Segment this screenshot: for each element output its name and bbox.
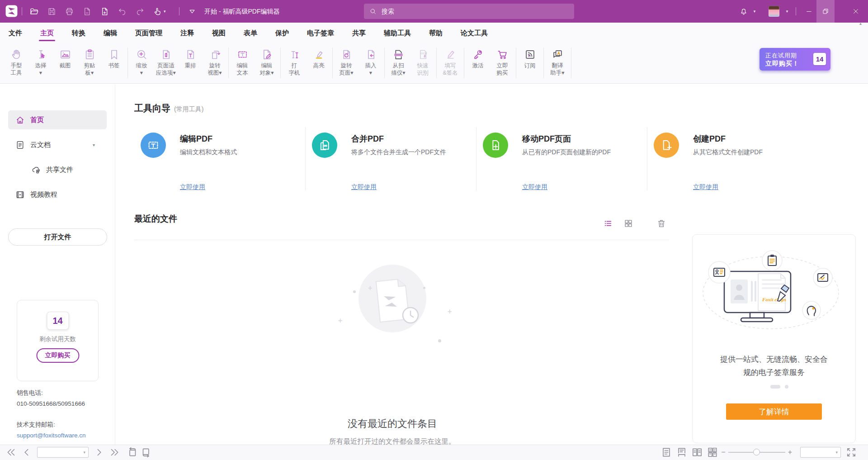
- sidebar-item-首页[interactable]: 首页: [8, 110, 107, 129]
- tool-label: 缩放: [136, 62, 147, 69]
- quick-tool-open-folder[interactable]: [25, 0, 43, 23]
- zoom-level-input[interactable]: [801, 447, 833, 457]
- facing-view-button[interactable]: [691, 446, 703, 458]
- tool-翻译助手[interactable]: 翻译助手▾: [545, 47, 570, 78]
- menu-电子签章[interactable]: 电子签章: [307, 23, 334, 43]
- minimize-button[interactable]: [801, 0, 816, 23]
- quick-tool-save[interactable]: [43, 0, 61, 23]
- page-number-box[interactable]: ▾: [37, 447, 89, 458]
- tool-打字机[interactable]: 打字机: [282, 47, 307, 78]
- menu-帮助[interactable]: 帮助: [429, 23, 443, 43]
- share-cloud-icon: [31, 165, 41, 175]
- tool-插入[interactable]: 插入▾: [359, 47, 383, 78]
- zoom-slider[interactable]: [728, 452, 785, 453]
- carousel-dot-active[interactable]: [770, 385, 780, 389]
- tool-编辑对象[interactable]: 编辑对象▾: [255, 47, 279, 78]
- quick-tool-page-new[interactable]: [96, 0, 113, 23]
- tool-缩放[interactable]: 缩放▾: [129, 47, 154, 78]
- toolbar-group: 激活立即购买: [464, 47, 516, 78]
- trial-purchase-badge[interactable]: 正在试用期 立即购买！ 14: [760, 48, 830, 71]
- quick-tool-print[interactable]: [61, 0, 78, 23]
- menu-注释[interactable]: 注释: [180, 23, 194, 43]
- carousel-dot[interactable]: [785, 385, 788, 389]
- single-page-view-button[interactable]: [660, 446, 672, 458]
- first-page-button[interactable]: [5, 446, 17, 458]
- notifications-dropdown[interactable]: ▾: [751, 0, 758, 23]
- zoom-dropdown-caret-icon[interactable]: ▾: [835, 450, 838, 455]
- tool-截图[interactable]: 截图: [53, 47, 77, 78]
- tool-手型工具[interactable]: 手型工具: [4, 47, 28, 78]
- tool-立即购买[interactable]: 立即购买: [490, 47, 514, 78]
- quick-tool-dropdown-caret[interactable]: ▾: [164, 9, 169, 14]
- zoom-slider-thumb[interactable]: [753, 449, 760, 455]
- use-now-link[interactable]: 立即使用: [180, 183, 205, 191]
- zoom-out-button[interactable]: −: [718, 448, 728, 456]
- menu-文件[interactable]: 文件: [9, 23, 22, 43]
- account-dropdown[interactable]: ▾: [784, 0, 790, 23]
- search-input[interactable]: [381, 7, 569, 15]
- continuous-view-button[interactable]: [676, 446, 688, 458]
- menu-辅助工具[interactable]: 辅助工具: [384, 23, 411, 43]
- tool-快速识别[interactable]: OCR快速识别: [410, 47, 435, 78]
- open-folder-icon: [29, 7, 39, 16]
- tool-从扫描仪[interactable]: 从扫描仪▾: [386, 47, 410, 78]
- previous-page-button[interactable]: [21, 446, 33, 458]
- tool-旋转视图[interactable]: 旋转视图▾: [203, 47, 227, 78]
- support-email-link[interactable]: support@foxitsoftware.cn: [17, 432, 86, 439]
- user-avatar[interactable]: [769, 6, 779, 17]
- tool-剪贴板[interactable]: 剪贴板▾: [77, 47, 102, 78]
- menu-页面管理[interactable]: 页面管理: [135, 23, 162, 43]
- menu-视图[interactable]: 视图: [212, 23, 226, 43]
- use-now-link[interactable]: 立即使用: [693, 183, 718, 191]
- sidebar-item-共享文件[interactable]: 共享文件: [8, 160, 107, 179]
- open-file-button[interactable]: 打开文件: [8, 228, 107, 246]
- menu-表单[interactable]: 表单: [244, 23, 257, 43]
- page-dropdown-caret-icon[interactable]: ▾: [83, 450, 85, 455]
- tool-填写签名[interactable]: 填写&签名: [438, 47, 462, 78]
- tool-页面适应选项[interactable]: 页面适应选项▾: [154, 47, 178, 78]
- tool-旋转页面[interactable]: 旋转页面▾: [334, 47, 359, 78]
- restore-button[interactable]: [816, 0, 835, 23]
- continuous-facing-view-button[interactable]: [707, 446, 718, 458]
- quick-tool-page-copy[interactable]: [78, 0, 96, 23]
- list-view-button[interactable]: [603, 218, 614, 229]
- close-button[interactable]: [845, 0, 866, 23]
- chevron-down-icon[interactable]: ▾: [93, 142, 95, 147]
- fullscreen-button[interactable]: [845, 446, 857, 458]
- customize-quick-access-button[interactable]: [184, 0, 200, 23]
- sidebar-item-视频教程[interactable]: 视频教程: [8, 185, 107, 204]
- menu-编辑[interactable]: 编辑: [104, 23, 117, 43]
- decoration-dot: [423, 287, 425, 289]
- menu-共享[interactable]: 共享: [352, 23, 366, 43]
- buy-now-button[interactable]: 立即购买: [36, 348, 79, 363]
- notifications-button[interactable]: [737, 0, 750, 23]
- zoom-level-box[interactable]: ▾: [800, 447, 841, 458]
- sidebar-item-云文档[interactable]: 云文档▾: [8, 135, 107, 154]
- search-box[interactable]: [364, 4, 574, 19]
- tool-高亮[interactable]: 高亮: [307, 47, 331, 78]
- clear-recent-button[interactable]: [656, 218, 667, 229]
- tool-编辑文本[interactable]: 编辑文本: [230, 47, 255, 78]
- menu-论文工具[interactable]: 论文工具: [461, 23, 488, 43]
- tool-重排[interactable]: 重排: [178, 47, 203, 78]
- next-page-button[interactable]: [93, 446, 105, 458]
- learn-more-button[interactable]: 了解详情: [726, 403, 822, 420]
- next-view-button[interactable]: [140, 446, 152, 458]
- quick-tool-undo[interactable]: [113, 0, 131, 23]
- menu-主页[interactable]: 主页: [40, 23, 54, 43]
- tool-订阅[interactable]: 订阅: [518, 47, 542, 78]
- page-number-input[interactable]: [38, 447, 81, 457]
- last-page-button[interactable]: [108, 446, 120, 458]
- grid-view-button[interactable]: [623, 218, 634, 229]
- tool-选择[interactable]: 选择▾: [28, 47, 53, 78]
- menu-转换[interactable]: 转换: [72, 23, 85, 43]
- ribbon-collapse-button[interactable]: ▴: [859, 21, 862, 26]
- menu-保护[interactable]: 保护: [275, 23, 289, 43]
- zoom-in-button[interactable]: +: [785, 448, 795, 456]
- use-now-link[interactable]: 立即使用: [351, 183, 377, 191]
- use-now-link[interactable]: 立即使用: [522, 183, 547, 191]
- previous-view-button[interactable]: [127, 446, 138, 458]
- quick-tool-redo[interactable]: [131, 0, 149, 23]
- tool-书签[interactable]: 书签: [102, 47, 126, 78]
- tool-激活[interactable]: 激活: [466, 47, 490, 78]
